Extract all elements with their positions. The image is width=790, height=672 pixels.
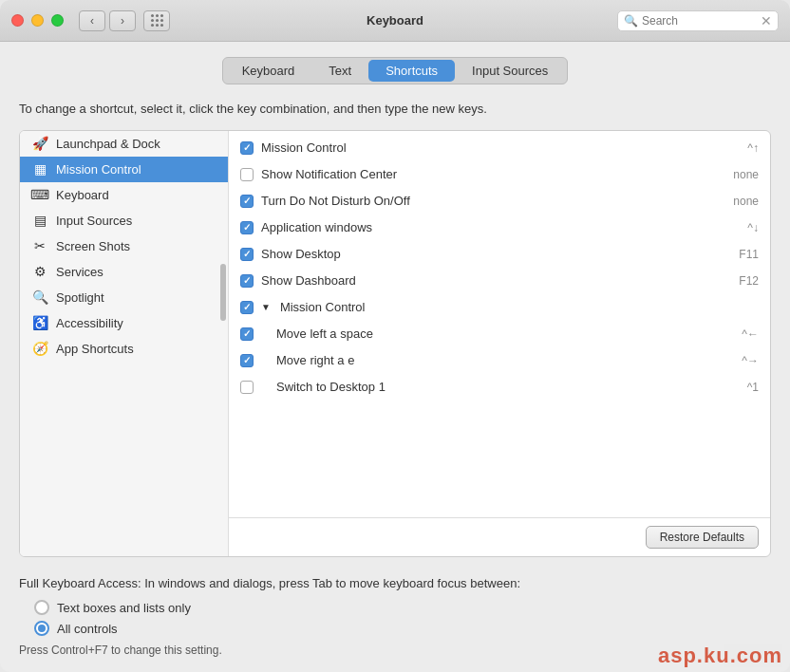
- keyboard-window: ‹ › Keyboard 🔍 ✕ Keyboard Text Shortcuts…: [0, 0, 790, 672]
- checkbox-mc-group[interactable]: [240, 301, 254, 314]
- tabs-container: Keyboard Text Shortcuts Input Sources: [19, 57, 771, 84]
- sidebar-item-spotlight[interactable]: 🔍 Spotlight: [20, 285, 228, 310]
- spotlight-icon: 🔍: [31, 290, 48, 304]
- shortcut-row-switch-desktop[interactable]: Switch to Desktop 1 ^1: [229, 374, 770, 401]
- close-button[interactable]: [11, 14, 24, 27]
- shortcut-row-show-dashboard[interactable]: Show Dashboard F12: [229, 268, 770, 294]
- sidebar-label-services: Services: [56, 265, 103, 279]
- search-icon: 🔍: [624, 14, 638, 28]
- apps-grid-button[interactable]: [143, 10, 170, 31]
- checkbox-mission-control[interactable]: [240, 141, 254, 155]
- tab-text[interactable]: Text: [311, 60, 368, 82]
- keyboard-icon: ⌨: [31, 188, 48, 201]
- main-area: 🚀 Launchpad & Dock ▦ Mission Control ⌨ K…: [19, 130, 771, 558]
- shortcut-name-show-desktop: Show Desktop: [261, 247, 713, 261]
- app-shortcuts-icon: 🧭: [31, 342, 48, 355]
- mission-control-icon: ▦: [31, 162, 48, 176]
- shortcut-name-show-dashboard: Show Dashboard: [261, 273, 713, 288]
- sidebar-item-accessibility[interactable]: ♿ Accessibility: [20, 310, 228, 336]
- sidebar-item-keyboard[interactable]: ⌨ Keyboard: [20, 182, 228, 208]
- radio-all-controls[interactable]: All controls: [34, 621, 771, 636]
- tab-bar: Keyboard Text Shortcuts Input Sources: [222, 57, 569, 84]
- radio-group: Text boxes and lists only All controls: [34, 600, 771, 636]
- sidebar: 🚀 Launchpad & Dock ▦ Mission Control ⌨ K…: [20, 131, 229, 557]
- instruction-text: To change a shortcut, select it, click t…: [19, 100, 771, 119]
- shortcut-key-notification: none: [721, 168, 759, 181]
- forward-button[interactable]: ›: [109, 10, 136, 31]
- checkbox-switch-desktop[interactable]: [240, 381, 254, 394]
- shortcut-name-notification: Show Notification Center: [261, 167, 713, 181]
- shortcut-row-app-windows[interactable]: Application windows ^↓: [229, 215, 770, 241]
- search-box[interactable]: 🔍 ✕: [617, 10, 779, 31]
- shortcut-row-show-desktop[interactable]: Show Desktop F11: [229, 241, 770, 268]
- sidebar-label-app-shortcuts: App Shortcuts: [56, 342, 134, 356]
- accessibility-icon: ♿: [31, 316, 48, 329]
- keyboard-access-label: Full Keyboard Access: In windows and dia…: [19, 576, 771, 590]
- shortcut-name-dnd: Turn Do Not Disturb On/Off: [261, 194, 713, 208]
- shortcut-row-move-right[interactable]: Move right a e ^→: [229, 347, 770, 374]
- shortcut-name-mission-control: Mission Control: [261, 140, 713, 155]
- sidebar-label-launchpad: Launchpad & Dock: [56, 137, 160, 151]
- sidebar-scrollbar[interactable]: [220, 264, 226, 321]
- checkbox-move-right[interactable]: [240, 354, 254, 367]
- watermark: asp.ku.com: [658, 644, 782, 668]
- restore-defaults-button[interactable]: Restore Defaults: [646, 526, 759, 549]
- screen-shots-icon: ✂: [31, 239, 48, 252]
- content-area: Keyboard Text Shortcuts Input Sources To…: [0, 42, 790, 672]
- sidebar-label-keyboard: Keyboard: [56, 188, 109, 202]
- shortcut-row-mission-control[interactable]: Mission Control ^↑: [229, 135, 770, 161]
- shortcut-row-notification[interactable]: Show Notification Center none: [229, 161, 770, 188]
- shortcut-row-move-left[interactable]: Move left a space ^←: [229, 321, 770, 347]
- radio-all-controls-circle[interactable]: [34, 621, 49, 636]
- sidebar-item-launchpad[interactable]: 🚀 Launchpad & Dock: [20, 131, 228, 157]
- tab-keyboard[interactable]: Keyboard: [225, 60, 312, 82]
- radio-all-controls-label: All controls: [57, 622, 118, 636]
- radio-text-boxes-circle[interactable]: [34, 600, 49, 615]
- shortcut-name-mc-group: Mission Control: [280, 300, 713, 314]
- sidebar-item-input-sources[interactable]: ▤ Input Sources: [20, 208, 228, 233]
- tab-input-sources[interactable]: Input Sources: [455, 60, 565, 82]
- shortcut-key-mission-control: ^↑: [721, 141, 759, 155]
- sidebar-label-mission-control: Mission Control: [56, 162, 141, 177]
- traffic-lights: [11, 14, 64, 27]
- shortcut-key-show-desktop: F11: [721, 248, 759, 261]
- sidebar-item-screen-shots[interactable]: ✂ Screen Shots: [20, 233, 228, 259]
- shortcut-name-move-right: Move right a e: [261, 353, 713, 367]
- input-sources-icon: ▤: [31, 214, 48, 227]
- right-panel: Mission Control ^↑ Show Notification Cen…: [229, 131, 770, 557]
- sidebar-label-screen-shots: Screen Shots: [56, 239, 130, 253]
- search-input[interactable]: [642, 14, 757, 28]
- shortcut-row-dnd[interactable]: Turn Do Not Disturb On/Off none: [229, 188, 770, 215]
- shortcut-name-move-left: Move left a space: [261, 327, 713, 341]
- sidebar-item-services[interactable]: ⚙ Services: [20, 259, 228, 285]
- checkbox-show-desktop[interactable]: [240, 248, 254, 261]
- services-icon: ⚙: [31, 265, 48, 278]
- shortcut-key-switch-desktop: ^1: [721, 381, 759, 394]
- checkbox-show-dashboard[interactable]: [240, 274, 254, 288]
- checkbox-dnd[interactable]: [240, 195, 254, 208]
- shortcut-name-app-windows: Application windows: [261, 220, 713, 234]
- shortcut-key-move-right: ^→: [721, 354, 759, 367]
- shortcut-key-app-windows: ^↓: [721, 221, 759, 234]
- titlebar: ‹ › Keyboard 🔍 ✕: [0, 0, 790, 42]
- back-button[interactable]: ‹: [79, 10, 105, 31]
- sidebar-label-input-sources: Input Sources: [56, 214, 132, 228]
- radio-text-boxes[interactable]: Text boxes and lists only: [34, 600, 771, 615]
- checkbox-app-windows[interactable]: [240, 221, 254, 234]
- checkbox-notification[interactable]: [240, 168, 254, 181]
- shortcut-key-dnd: none: [721, 195, 759, 208]
- shortcut-key-show-dashboard: F12: [721, 274, 759, 288]
- window-title: Keyboard: [367, 13, 423, 28]
- radio-text-boxes-label: Text boxes and lists only: [57, 601, 191, 615]
- maximize-button[interactable]: [51, 14, 64, 27]
- shortcut-row-group-header[interactable]: ▼ Mission Control: [229, 294, 770, 321]
- tab-shortcuts[interactable]: Shortcuts: [368, 60, 455, 82]
- shortcuts-list: Mission Control ^↑ Show Notification Cen…: [229, 131, 770, 518]
- checkbox-move-left[interactable]: [240, 327, 254, 341]
- restore-area: Restore Defaults: [229, 517, 770, 556]
- nav-buttons: ‹ ›: [79, 10, 136, 31]
- sidebar-item-mission-control[interactable]: ▦ Mission Control: [20, 157, 228, 182]
- clear-search-icon[interactable]: ✕: [761, 13, 772, 28]
- sidebar-item-app-shortcuts[interactable]: 🧭 App Shortcuts: [20, 336, 228, 362]
- minimize-button[interactable]: [31, 14, 44, 27]
